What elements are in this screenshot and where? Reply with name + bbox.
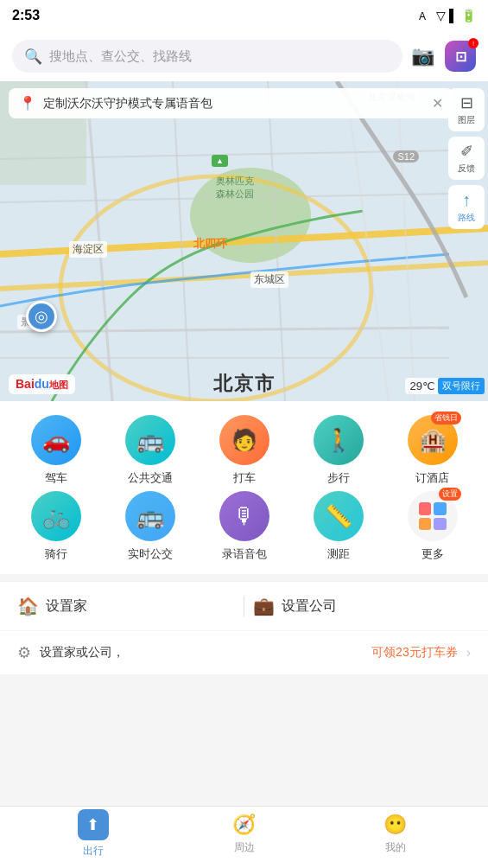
company-icon: 💼 <box>253 596 275 616</box>
measure-icon: 📏 <box>314 491 364 541</box>
walk-label: 步行 <box>327 470 350 486</box>
promo-icon: ⚙ <box>17 643 31 662</box>
signal-icon: A <box>419 10 433 21</box>
map-banner: 📍 定制沃尔沃守护模式专属语音包 ✕ <box>9 88 453 118</box>
walk-button[interactable]: 🚶 步行 <box>300 415 377 486</box>
promo-highlight-text: 可领23元打车券 <box>371 645 458 661</box>
search-right-icons: 📷 ⊡ ! <box>411 41 476 72</box>
taxi-button[interactable]: 🧑 打车 <box>206 415 283 486</box>
set-home-button[interactable]: 🏠 设置家 <box>17 596 235 616</box>
hotel-icon: 省钱日 🏨 <box>408 415 458 465</box>
hotel-badge: 省钱日 <box>431 412 461 424</box>
highway-s12-label: S12 <box>393 150 419 163</box>
measure-button[interactable]: 📏 测距 <box>300 491 377 562</box>
search-placeholder: 搜地点、查公交、找路线 <box>49 48 192 65</box>
status-bar: 2:53 A ▽ ▌ 🔋 <box>0 0 488 31</box>
taxi-icon: 🧑 <box>219 415 269 465</box>
travel-label: 出行 <box>83 844 104 858</box>
bike-button[interactable]: 🚲 骑行 <box>17 491 95 562</box>
app-logo-icon: ⊡ <box>455 48 466 65</box>
measure-label: 测距 <box>327 546 350 562</box>
notification-badge: ! <box>468 38 478 48</box>
realtime-bus-label: 实时公交 <box>128 546 173 562</box>
settings-badge: 设置 <box>439 488 461 501</box>
bike-label: 骑行 <box>45 546 67 562</box>
voice-pack-icon: 🎙 <box>219 491 269 541</box>
banner-text: 定制沃尔沃守护模式专属语音包 <box>43 96 425 112</box>
camera-icon[interactable]: 📷 <box>411 45 434 67</box>
quick-actions-row2: 🚲 骑行 🚌 实时公交 🎙 录语音包 📏 测距 设置 <box>0 491 488 562</box>
feedback-button[interactable]: ✐ 反馈 <box>448 137 485 180</box>
battery-icon: 🔋 <box>461 9 476 22</box>
wifi-icon: ▽ <box>436 9 446 22</box>
park-badge: ▲ <box>212 155 228 167</box>
route-icon: ↑ <box>462 190 471 210</box>
search-bar: 🔍 搜地点、查公交、找路线 📷 ⊡ ! <box>0 31 488 81</box>
status-time: 2:53 <box>12 8 40 23</box>
bike-icon: 🚲 <box>31 491 81 541</box>
drive-icon: 🚗 <box>31 415 81 465</box>
banner-pin-icon: 📍 <box>19 95 36 112</box>
baidu-logo: Baidu地图 <box>9 374 75 394</box>
quick-actions-panel: 🚗 驾车 🚌 公共交通 🧑 打车 🚶 步行 省钱日 🏨 <box>0 401 488 574</box>
search-input-area[interactable]: 🔍 搜地点、查公交、找路线 <box>12 40 402 73</box>
more-icon: 设置 <box>408 491 458 541</box>
drive-button[interactable]: 🚗 驾车 <box>17 415 95 486</box>
home-company-row: 🏠 设置家 💼 设置公司 <box>0 581 488 630</box>
map-right-panel: ⊟ 图层 ✐ 反馈 ↑ 路线 <box>445 81 488 401</box>
transit-button[interactable]: 🚌 公共交通 <box>111 415 189 486</box>
layers-label: 图层 <box>458 114 475 126</box>
nearby-icon: 🧭 <box>232 813 257 837</box>
nearby-label: 周边 <box>234 840 255 855</box>
walk-icon: 🚶 <box>314 415 364 465</box>
realtime-bus-button[interactable]: 🚌 实时公交 <box>111 491 189 562</box>
map-area[interactable]: 海淀区 东城区 景山区 奥林匹克森林公园 北京温榆河 北四环 S12 ▲ 📍 定… <box>0 81 488 401</box>
park-label: 奥林匹克森林公园 <box>216 175 254 201</box>
route-label: 路线 <box>458 212 475 224</box>
voice-pack-label: 录语音包 <box>222 546 267 562</box>
banner-close-button[interactable]: ✕ <box>432 95 443 112</box>
nav-mine[interactable]: 😶 我的 <box>320 813 471 855</box>
dongcheng-label: 东城区 <box>250 271 288 288</box>
map-bottom-bar: Baidu地图 <box>0 367 488 401</box>
home-company-divider <box>244 596 244 616</box>
promo-arrow-icon: › <box>466 645 471 661</box>
voice-pack-button[interactable]: 🎙 录语音包 <box>206 491 283 562</box>
feedback-label: 反馈 <box>458 163 475 175</box>
drive-label: 驾车 <box>45 470 67 486</box>
transit-label: 公共交通 <box>128 470 173 486</box>
haidian-label: 海淀区 <box>69 241 107 258</box>
nav-travel[interactable]: ⬆ 出行 <box>17 809 168 858</box>
layers-button[interactable]: ⊟ 图层 <box>448 88 485 131</box>
ring-road-label: 北四环 <box>190 235 231 252</box>
my-location-button[interactable]: ◎ <box>26 301 57 332</box>
svg-text:A: A <box>419 10 426 21</box>
feedback-icon: ✐ <box>460 142 473 161</box>
route-button[interactable]: ↑ 路线 <box>448 185 485 229</box>
set-company-button[interactable]: 💼 设置公司 <box>253 596 471 616</box>
more-label: 更多 <box>421 546 444 562</box>
mine-icon: 😶 <box>383 813 408 837</box>
mine-label: 我的 <box>385 840 406 855</box>
taxi-label: 打车 <box>233 470 256 486</box>
set-company-label: 设置公司 <box>282 597 337 616</box>
status-icons: A ▽ ▌ 🔋 <box>419 9 476 22</box>
layers-icon: ⊟ <box>460 93 473 112</box>
signal-bar-icon: ▌ <box>449 9 458 22</box>
search-icon: 🔍 <box>24 48 42 66</box>
travel-icon: ⬆ <box>78 809 109 840</box>
bottom-nav: ⬆ 出行 🧭 周边 😶 我的 <box>0 806 488 868</box>
promo-static-text: 设置家或公司， <box>40 645 363 661</box>
promo-row[interactable]: ⚙ 设置家或公司， 可领23元打车券 › <box>0 631 488 674</box>
transit-icon: 🚌 <box>125 415 175 465</box>
home-icon: 🏠 <box>17 596 39 616</box>
hotel-label: 订酒店 <box>415 470 449 486</box>
app-icon-button[interactable]: ⊡ ! <box>445 41 476 72</box>
quick-actions-row1: 🚗 驾车 🚌 公共交通 🧑 打车 🚶 步行 省钱日 🏨 <box>0 415 488 486</box>
realtime-bus-icon: 🚌 <box>125 491 175 541</box>
more-button[interactable]: 设置 更多 <box>394 491 472 562</box>
nav-nearby[interactable]: 🧭 周边 <box>168 813 320 855</box>
hotel-button[interactable]: 省钱日 🏨 订酒店 <box>394 415 472 486</box>
set-home-label: 设置家 <box>46 597 87 616</box>
location-icon: ◎ <box>35 307 48 326</box>
